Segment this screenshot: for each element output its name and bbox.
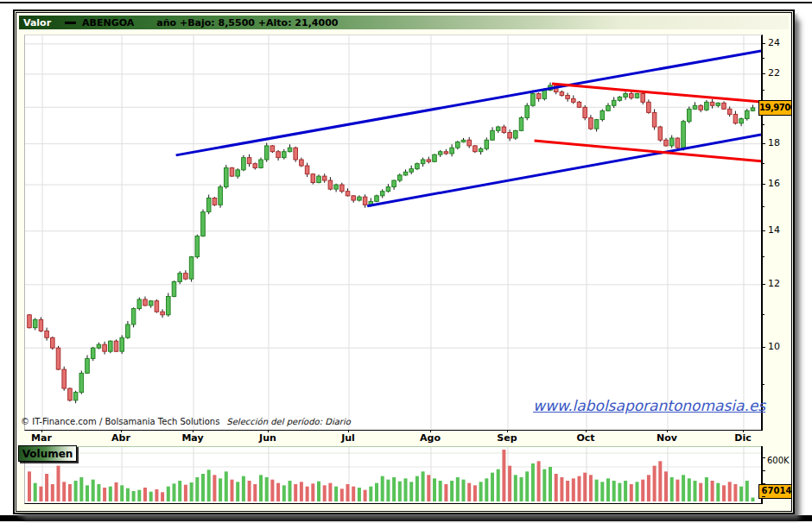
candle-up (264, 146, 269, 160)
volume-bar-up (497, 469, 500, 501)
volumen-button[interactable]: Volumen (18, 445, 77, 462)
candle-down (230, 167, 234, 176)
volume-bar-up (462, 480, 466, 501)
volume-bars-chart[interactable] (25, 446, 761, 503)
price-chart-plot[interactable] (24, 35, 763, 431)
volume-bar-down (57, 466, 60, 501)
volume-bar-up (178, 481, 181, 501)
volume-bar-down (51, 484, 54, 501)
volume-bar-down (28, 471, 31, 501)
candle-up (120, 337, 124, 351)
volume-bar-down (555, 474, 558, 501)
price-axis-tick (762, 230, 765, 231)
volume-bar-up (479, 482, 483, 501)
volume-bar-down (161, 492, 164, 501)
price-axis-minor-tick (762, 314, 764, 315)
volume-bar-up (317, 482, 320, 501)
month-label: Ago (413, 432, 447, 444)
candle-down (502, 127, 506, 132)
volume-bar-down (300, 482, 303, 501)
price-axis-label: 22 (768, 67, 780, 79)
candle-down (630, 94, 634, 98)
volume-bar-down (566, 481, 569, 501)
candle-up (496, 127, 500, 130)
volume-bar-up (242, 476, 245, 501)
candle-up (398, 175, 403, 180)
volume-bar-up (149, 492, 153, 501)
volume-axis-label: 600K (767, 456, 790, 465)
candle-up (594, 120, 599, 129)
volume-bar-up (259, 475, 263, 501)
candle-down (536, 94, 541, 99)
price-axis-label: 14 (768, 224, 780, 236)
volume-bar-up (600, 482, 604, 501)
volume-bar-down (306, 487, 309, 501)
volume-bar-down (253, 484, 257, 501)
volume-bar-up (195, 477, 199, 501)
volume-bar-up (207, 469, 211, 501)
volume-bar-down (340, 488, 344, 501)
price-axis-tick (762, 284, 765, 285)
volume-chart-plot[interactable] (24, 446, 763, 504)
candle-up (225, 167, 229, 186)
price-axis: 19,9700 2422201816141210 (762, 35, 790, 430)
volume-bar-up (456, 477, 460, 501)
volume-bar-down (115, 482, 118, 501)
volume-bar-down (352, 487, 355, 501)
candle-up (461, 140, 466, 142)
price-axis-minor-tick (762, 58, 764, 59)
volume-axis-tick (762, 470, 765, 471)
volume-bar-down (231, 480, 234, 501)
volume-bar-up (173, 483, 176, 501)
volume-bar-up (531, 463, 535, 501)
page: Valor ABENGOA año +Bajo: 8,5500 +Alto: 2… (0, 0, 812, 523)
volume-bar-up (97, 484, 100, 501)
candle-up (206, 198, 211, 211)
candle-up (33, 319, 37, 327)
volume-axis-tick (762, 457, 765, 458)
candlestick-chart[interactable] (25, 35, 761, 430)
chart-window: Valor ABENGOA año +Bajo: 8,5500 +Alto: 2… (13, 9, 795, 514)
volume-bar-down (733, 484, 737, 501)
volume-bar-down (641, 480, 644, 501)
month-label: Dic (726, 432, 760, 444)
volume-bar-down (589, 475, 593, 501)
volume-bar-up (79, 477, 83, 501)
volume-bar-up (549, 467, 552, 501)
month-label: Oct (568, 432, 603, 444)
volume-bar-down (578, 476, 581, 501)
volume-bar-up (636, 482, 639, 501)
legend-year-range: año +Bajo: 8,5500 +Alto: 21,4000 (156, 17, 338, 28)
candle-up (693, 105, 697, 109)
volume-bar-down (68, 484, 72, 501)
candle-up (745, 110, 750, 118)
candle-down (143, 299, 148, 306)
candle-up (219, 187, 223, 205)
candle-up (635, 94, 639, 98)
candle-up (167, 296, 171, 314)
month-label: Jun (251, 432, 285, 444)
candle-up (282, 152, 287, 158)
volume-bar-down (270, 480, 274, 501)
candle-down (363, 197, 367, 205)
candle-down (647, 102, 651, 112)
last-price-box: 19,9700 (758, 100, 792, 116)
candle-down (294, 148, 298, 160)
volume-bar-down (276, 483, 280, 501)
volume-bar-down (346, 484, 350, 501)
candle-up (409, 169, 414, 173)
volume-bar-up (381, 476, 384, 501)
volume-bar-up (404, 478, 408, 501)
volume-bar-up (694, 481, 697, 501)
candle-down (583, 107, 587, 117)
price-axis-tick (762, 184, 765, 185)
candle-down (213, 198, 217, 205)
price-axis-label: 18 (768, 137, 780, 148)
candle-up (705, 102, 709, 110)
price-axis-tick (762, 143, 765, 144)
volume-bar-down (664, 471, 668, 501)
candle-down (722, 103, 726, 109)
volume-bar-up (433, 478, 436, 501)
legend-bar: Valor ABENGOA año +Bajo: 8,5500 +Alto: 2… (19, 16, 789, 29)
candle-up (334, 185, 339, 189)
